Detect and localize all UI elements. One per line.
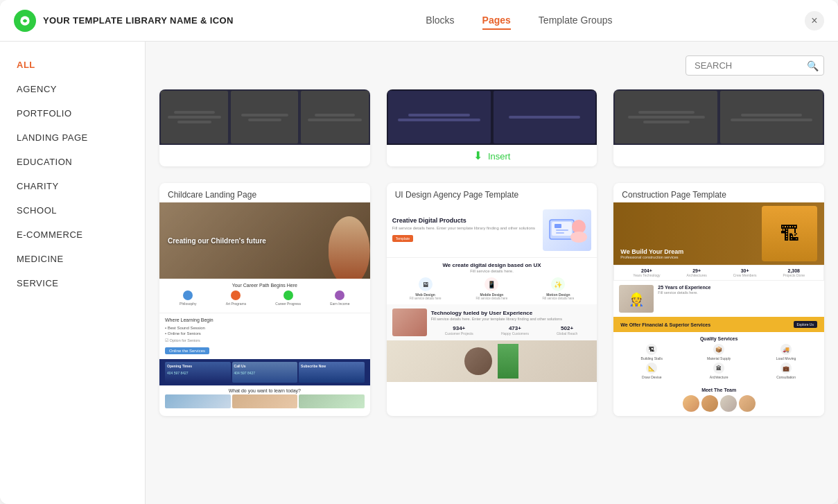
agency-preview: Creative Digital Products Fill service d… bbox=[387, 202, 597, 382]
stat-2: 473+ Happy Customers bbox=[501, 325, 529, 336]
check-1: ☑ Option for Seniors bbox=[165, 338, 200, 342]
icon-circle-3 bbox=[283, 290, 293, 300]
icon-label-2: Art Programs bbox=[226, 302, 246, 306]
sidebar-item-service[interactable]: SERVICE bbox=[0, 271, 145, 295]
motion-design-icon: ✨ bbox=[551, 277, 565, 291]
sidebar-item-agency[interactable]: AGENCY bbox=[0, 77, 145, 101]
app-name: YOUR TEMPLATE LIBRARY NAME & ICON bbox=[43, 15, 234, 26]
stat-2-label: Happy Customers bbox=[501, 331, 529, 336]
header-left: YOUR TEMPLATE LIBRARY NAME & ICON bbox=[14, 10, 234, 32]
service-draw: 📐 Draw Devise bbox=[619, 363, 684, 379]
web-design-desc: Fill service details here bbox=[410, 297, 442, 300]
sidebar-item-charity[interactable]: CHARITY bbox=[0, 174, 145, 198]
gallery-item-1: Opening Times 404 597 8427 bbox=[165, 362, 231, 383]
childcare-hero-text: Creating our Children's future bbox=[168, 236, 266, 245]
c-stat-4-label: Projects Done bbox=[783, 273, 805, 277]
career-section-title: Your Career Path Begins Here bbox=[165, 283, 365, 288]
team-row bbox=[619, 395, 819, 412]
agency-hero-title: Creative Digital Products bbox=[392, 217, 543, 225]
tech-desc: Fill service details here. Enter your te… bbox=[431, 317, 592, 321]
service-arch: 🏛 Architecture bbox=[686, 363, 751, 379]
mobile-design-desc: Fill service details here bbox=[476, 297, 508, 300]
card-title-agency: UI Design Agency Page Template bbox=[387, 183, 597, 202]
icon-circle-4 bbox=[335, 290, 344, 300]
hero-title: We Build Your Dream bbox=[620, 248, 683, 255]
icon-circle-2 bbox=[231, 290, 241, 300]
sidebar-item-school[interactable]: SCHOOL bbox=[0, 198, 145, 223]
gallery-label-2: Call Us bbox=[232, 362, 298, 370]
agency-tech-section: Technology fueled by User Experience Fil… bbox=[387, 304, 597, 340]
service-load: 🚚 Load Moving bbox=[753, 344, 819, 360]
service-motion-design: ✨ Motion Design Fill service details her… bbox=[542, 277, 574, 300]
template-card-construction: Construction Page Template 🏗 We Build Yo… bbox=[613, 183, 824, 416]
stat-1-num: 934+ bbox=[445, 325, 473, 331]
childcare-footer: What do you want to learn today? bbox=[159, 385, 370, 411]
svg-point-4 bbox=[570, 232, 587, 243]
childcare-icon-3: Career Progress bbox=[275, 290, 301, 306]
sidebar-item-e-commerce[interactable]: E-COMMERCE bbox=[0, 223, 145, 247]
gallery-label-1: Opening Times bbox=[165, 362, 231, 370]
tech-title: Technology fueled by User Experience bbox=[431, 310, 592, 316]
childcare-icon-1: Philosophy bbox=[180, 290, 196, 306]
icon-label-1: Philosophy bbox=[180, 302, 196, 306]
web-design-icon: 🖥 bbox=[419, 277, 433, 291]
building-icon: 🏗 bbox=[646, 344, 657, 355]
load-icon: 🚚 bbox=[780, 344, 792, 355]
tab-template-groups[interactable]: Template Groups bbox=[539, 12, 613, 30]
yellow-banner-text: We Offer Financial & Superior Services bbox=[620, 322, 710, 327]
template-card-top-3 bbox=[613, 89, 824, 166]
construction-services-section: Quality Services 🏗 Building Stalls 📦 Mat… bbox=[613, 332, 824, 383]
childcare-gallery: Opening Times 404 597 8427 Call Us 404 5… bbox=[159, 359, 370, 385]
insert-icon: ⬇ bbox=[473, 150, 482, 162]
construction-team-section: Meet The Team bbox=[613, 383, 824, 416]
sidebar-item-landing-page[interactable]: LANDING PAGE bbox=[0, 125, 145, 150]
insert-label[interactable]: Insert bbox=[488, 151, 511, 162]
agency-hero-btn[interactable]: Template bbox=[392, 235, 413, 242]
agency-stats: 934+ Customer Projects 473+ Happy Custom… bbox=[431, 325, 592, 336]
nav-tabs: Blocks Pages Template Groups bbox=[426, 12, 612, 30]
online-services-btn[interactable]: Online the Services bbox=[165, 347, 209, 354]
sidebar-item-medicine[interactable]: MEDICINE bbox=[0, 247, 145, 271]
consult-icon: 💼 bbox=[780, 363, 792, 374]
footer-title: What do you want to learn today? bbox=[165, 388, 365, 393]
hero-sub: Professional construction services bbox=[620, 255, 683, 259]
learning-section-title: Where Learning Begin bbox=[165, 318, 365, 322]
agency-services: 🖥 Web Design Fill service details here 📱… bbox=[392, 277, 592, 300]
childcare-icon-2: Art Programs bbox=[226, 290, 246, 306]
sidebar-item-education[interactable]: EDUCATION bbox=[0, 150, 145, 174]
close-button[interactable]: × bbox=[805, 11, 824, 31]
gallery-stat-1: 404 597 8427 bbox=[165, 370, 231, 376]
agency-ux-section: We create digital design based on UX Fil… bbox=[387, 258, 597, 304]
c-stat-1-num: 204+ bbox=[633, 268, 660, 273]
sidebar: ALL AGENCY PORTFOLIO LANDING PAGE EDUCAT… bbox=[0, 42, 146, 504]
sidebar-item-portfolio[interactable]: PORTFOLIO bbox=[0, 101, 145, 125]
template-card-agency: UI Design Agency Page Template Creative … bbox=[387, 183, 597, 416]
team-avatar-2 bbox=[701, 395, 718, 412]
stat-3-num: 502+ bbox=[557, 325, 577, 331]
childcare-icons: Philosophy Art Programs Career Progress bbox=[165, 290, 365, 306]
experience-desc: Fill service details here. bbox=[658, 290, 819, 295]
gallery-item-2: Call Us 404 597 8427 bbox=[232, 362, 298, 383]
service-web-design: 🖥 Web Design Fill service details here bbox=[410, 277, 442, 300]
stat-3-label: Global Reach bbox=[557, 331, 577, 336]
tab-pages[interactable]: Pages bbox=[482, 12, 511, 30]
ux-section-title: We create digital design based on UX bbox=[392, 262, 592, 268]
tech-image bbox=[392, 309, 427, 336]
c-stat-2-num: 29+ bbox=[687, 268, 707, 273]
services-title: Quality Services bbox=[619, 336, 819, 341]
main: ALL AGENCY PORTFOLIO LANDING PAGE EDUCAT… bbox=[0, 42, 838, 504]
gallery-item-3: Subscribe Now bbox=[299, 362, 365, 383]
c-stat-2-label: Architectures bbox=[687, 273, 707, 277]
service-consult-label: Consultation bbox=[753, 375, 819, 379]
icon-circle-1 bbox=[183, 290, 193, 300]
service-mobile-design: 📱 Mobile Design Fill service details her… bbox=[476, 277, 508, 300]
tab-blocks[interactable]: Blocks bbox=[426, 12, 454, 30]
learning-list-1: • Best Sound Session bbox=[165, 325, 365, 331]
header: YOUR TEMPLATE LIBRARY NAME & ICON Blocks… bbox=[0, 0, 838, 42]
sidebar-item-all[interactable]: ALL bbox=[0, 53, 145, 77]
search-input[interactable] bbox=[686, 55, 824, 76]
yellow-banner-btn[interactable]: Explore Us bbox=[794, 321, 817, 328]
service-building-label: Building Stalls bbox=[619, 356, 684, 360]
hero-equipment: 🏗 bbox=[762, 206, 817, 261]
team-avatar-3 bbox=[720, 395, 737, 412]
